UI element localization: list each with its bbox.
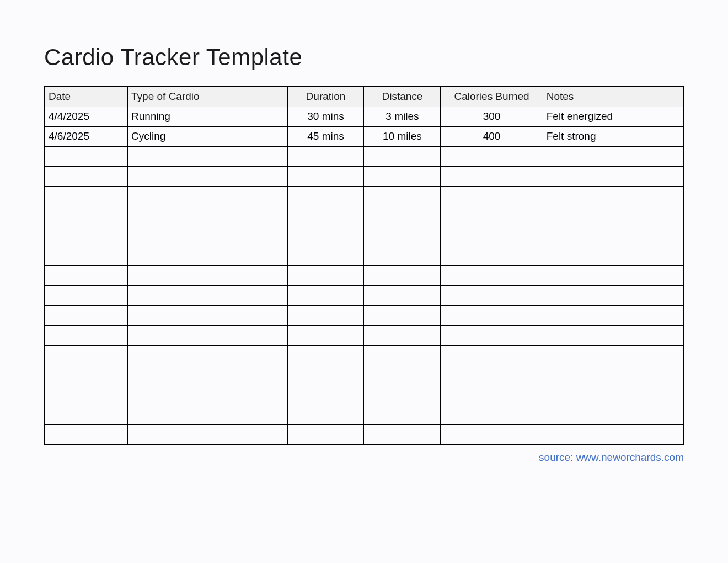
table-row: 4/4/2025Running30 mins3 miles300Felt ene…: [45, 107, 683, 126]
cell-notes: Felt strong: [543, 126, 683, 146]
cell-date: [45, 365, 128, 385]
table-header-row: Date Type of Cardio Duration Distance Ca…: [45, 87, 683, 107]
table-row: 4/6/2025Cycling45 mins10 miles400Felt st…: [45, 126, 683, 146]
table-row: [45, 424, 683, 444]
table-row: [45, 385, 683, 405]
cell-distance: 10 miles: [364, 126, 441, 146]
header-type: Type of Cardio: [128, 87, 288, 107]
cell-notes: [543, 345, 683, 365]
table-row: [45, 166, 683, 186]
cell-distance: [364, 285, 441, 305]
cell-notes: [543, 365, 683, 385]
cell-date: [45, 405, 128, 424]
cell-type: [128, 345, 288, 365]
cell-notes: [543, 285, 683, 305]
cell-calories: [441, 305, 543, 325]
cell-date: [45, 146, 128, 166]
cell-calories: 400: [441, 126, 543, 146]
cell-distance: [364, 246, 441, 265]
cell-date: 4/4/2025: [45, 107, 128, 126]
cell-duration: [287, 365, 364, 385]
cell-date: [45, 186, 128, 206]
cell-type: [128, 285, 288, 305]
cell-distance: [364, 206, 441, 226]
cell-date: [45, 246, 128, 265]
cell-date: [45, 305, 128, 325]
cell-distance: [364, 345, 441, 365]
table-row: [45, 405, 683, 424]
cell-type: [128, 305, 288, 325]
cell-date: [45, 226, 128, 246]
table-row: [45, 186, 683, 206]
cell-calories: [441, 206, 543, 226]
cell-duration: [287, 265, 364, 285]
cell-notes: [543, 265, 683, 285]
cell-notes: [543, 424, 683, 444]
table-row: [45, 305, 683, 325]
source-attribution: source: www.neworchards.com: [44, 452, 684, 464]
cell-type: [128, 265, 288, 285]
cell-distance: [364, 305, 441, 325]
cell-duration: [287, 186, 364, 206]
cell-notes: [543, 186, 683, 206]
cell-duration: [287, 424, 364, 444]
cell-duration: [287, 325, 364, 345]
cell-notes: [543, 405, 683, 424]
cell-distance: 3 miles: [364, 107, 441, 126]
header-calories: Calories Burned: [441, 87, 543, 107]
cell-duration: [287, 305, 364, 325]
cell-calories: [441, 424, 543, 444]
cell-distance: [364, 186, 441, 206]
cell-duration: [287, 246, 364, 265]
cell-calories: [441, 265, 543, 285]
cell-calories: [441, 246, 543, 265]
cell-calories: [441, 405, 543, 424]
cell-notes: Felt energized: [543, 107, 683, 126]
cell-calories: [441, 385, 543, 405]
cell-calories: [441, 325, 543, 345]
table-row: [45, 146, 683, 166]
cell-calories: [441, 365, 543, 385]
cell-calories: [441, 186, 543, 206]
cell-type: [128, 385, 288, 405]
cell-distance: [364, 424, 441, 444]
cell-distance: [364, 365, 441, 385]
table-row: [45, 365, 683, 385]
table-row: [45, 206, 683, 226]
cell-duration: 45 mins: [287, 126, 364, 146]
cell-type: [128, 365, 288, 385]
cell-notes: [543, 146, 683, 166]
cell-calories: [441, 345, 543, 365]
cell-duration: 30 mins: [287, 107, 364, 126]
cell-type: [128, 405, 288, 424]
cell-notes: [543, 305, 683, 325]
cell-calories: [441, 146, 543, 166]
cell-calories: [441, 285, 543, 305]
cell-date: 4/6/2025: [45, 126, 128, 146]
cell-distance: [364, 226, 441, 246]
cell-type: [128, 146, 288, 166]
cell-calories: [441, 226, 543, 246]
table-row: [45, 345, 683, 365]
cell-distance: [364, 385, 441, 405]
cell-notes: [543, 385, 683, 405]
cell-date: [45, 345, 128, 365]
cell-type: [128, 206, 288, 226]
cell-calories: [441, 166, 543, 186]
cell-type: [128, 226, 288, 246]
cell-type: [128, 325, 288, 345]
cell-duration: [287, 226, 364, 246]
cell-type: [128, 186, 288, 206]
cell-notes: [543, 246, 683, 265]
table-row: [45, 246, 683, 265]
cell-type: Cycling: [128, 126, 288, 146]
cell-notes: [543, 325, 683, 345]
cardio-tracker-table: Date Type of Cardio Duration Distance Ca…: [44, 86, 684, 445]
table-row: [45, 265, 683, 285]
cell-date: [45, 265, 128, 285]
cell-duration: [287, 405, 364, 424]
cell-date: [45, 385, 128, 405]
cell-date: [45, 325, 128, 345]
cell-notes: [543, 166, 683, 186]
cell-notes: [543, 226, 683, 246]
